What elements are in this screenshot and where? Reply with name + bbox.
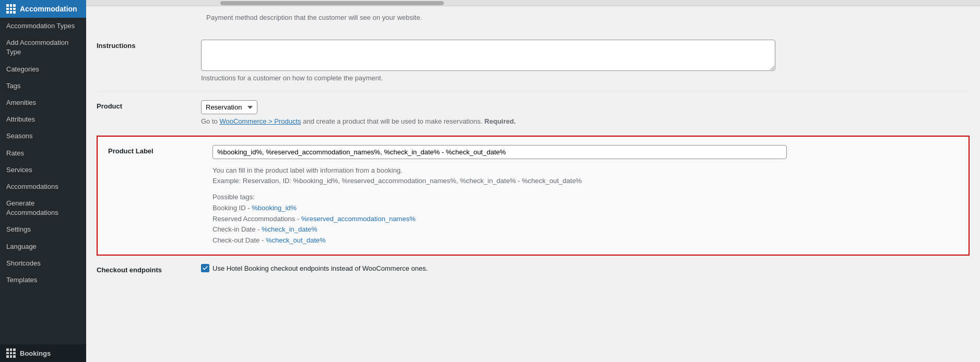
checkout-endpoints-label: Checkout endpoints [97,264,191,274]
product-label: Product [97,100,191,110]
tag-checkout-value: %check_out_date% [266,236,326,244]
product-label-inner: Product Label You can fill in the produc… [108,145,958,247]
tag-checkout-row: Check-out Date - %check_out_date% [212,235,958,246]
checkout-endpoints-section: Checkout endpoints Use Hotel Booking che… [97,256,970,282]
product-help-required: Required. [485,117,516,125]
sidebar: Accommodation Accommodation Types Add Ac… [0,0,86,362]
sidebar-item-language[interactable]: Language [0,238,86,255]
product-label-field-label: Product Label [108,145,202,155]
sidebar-item-services[interactable]: Services [0,162,86,178]
sidebar-item-categories[interactable]: Categories [0,61,86,78]
product-help-suffix: and create a product that will be used t… [301,117,483,125]
instructions-help: Instructions for a customer on how to co… [201,73,970,83]
sidebar-item-accommodation-types[interactable]: Accommodation Types [0,18,86,34]
checkout-endpoints-field: Use Hotel Booking checkout endpoints ins… [201,264,428,272]
tag-booking-id-row: Booking ID - %booking_id% [212,203,958,214]
product-section: Product Reservation Go to WooCommerce > … [97,92,970,136]
product-help-prefix: Go to [201,117,219,125]
possible-tags-label: Possible tags: [212,192,958,203]
top-scrollbar[interactable] [86,0,980,6]
product-field: Reservation Go to WooCommerce > Products… [201,100,970,127]
sidebar-footer-bookings[interactable]: Bookings [0,344,86,362]
tag-reserved-row: Reserved Accommodations - %reserved_acco… [212,214,958,225]
tag-checkin-value: %check_in_date% [262,225,317,233]
tag-booking-id-label: Booking ID - [212,204,252,212]
scrollbar-thumb [220,1,444,5]
instructions-textarea[interactable] [201,40,775,71]
sidebar-footer-label: Bookings [20,349,51,357]
accommodation-grid-icon [6,4,16,14]
checkmark-icon [203,266,208,271]
tag-checkin-row: Check-in Date - %check_in_date% [212,224,958,235]
product-select[interactable]: Reservation [201,100,257,114]
tag-checkin-label: Check-in Date - [212,225,262,233]
checkout-checkbox-label: Use Hotel Booking checkout endpoints ins… [212,264,428,272]
instructions-label: Instructions [97,40,191,50]
tag-reserved-label: Reserved Accommodations - [212,215,301,223]
tag-reserved-value: %reserved_accommodation_names% [301,215,416,223]
sidebar-item-rates[interactable]: Rates [0,145,86,162]
product-help: Go to WooCommerce > Products and create … [201,116,970,127]
sidebar-header-label: Accommodation [20,5,77,13]
tag-checkout-label: Check-out Date - [212,236,266,244]
sidebar-header[interactable]: Accommodation [0,0,86,18]
sidebar-item-attributes[interactable]: Attributes [0,111,86,128]
sidebar-item-shortcodes[interactable]: Shortcodes [0,255,86,272]
instructions-section: Instructions Instructions for a customer… [97,31,970,92]
sidebar-item-accommodations[interactable]: Accommodations [0,178,86,195]
sidebar-item-settings[interactable]: Settings [0,221,86,238]
checkout-checkbox-box[interactable] [201,264,209,272]
sidebar-item-amenities[interactable]: Amenities [0,94,86,111]
tag-booking-id-value: %booking_id% [252,204,297,212]
instructions-field: Instructions for a customer on how to co… [201,40,970,83]
payment-description-text: Payment method description that the cust… [206,14,422,21]
sidebar-item-add-accommodation-type[interactable]: Add Accommodation Type [0,34,86,61]
checkout-checkbox-container[interactable]: Use Hotel Booking checkout endpoints ins… [201,264,428,272]
product-woocommerce-link[interactable]: WooCommerce > Products [219,117,301,125]
main-content: Payment method description that the cust… [86,0,980,362]
sidebar-item-seasons[interactable]: Seasons [0,128,86,144]
payment-description-section: Payment method description that the cust… [97,6,970,31]
bookings-grid-icon [6,348,16,358]
sidebar-item-tags[interactable]: Tags [0,78,86,94]
sidebar-item-generate-accommodations[interactable]: Generate Accommodations [0,195,86,221]
product-label-example: Example: Reservation, ID: %booking_id%, … [212,177,582,185]
sidebar-item-templates[interactable]: Templates [0,272,86,288]
product-label-input[interactable] [212,145,787,159]
tags-info: You can fill in the product label with i… [212,165,958,247]
product-label-section: Product Label You can fill in the produc… [97,136,970,256]
content-area: Payment method description that the cust… [86,6,980,293]
product-label-content: You can fill in the product label with i… [212,145,958,247]
product-label-desc1: You can fill in the product label with i… [212,166,403,174]
